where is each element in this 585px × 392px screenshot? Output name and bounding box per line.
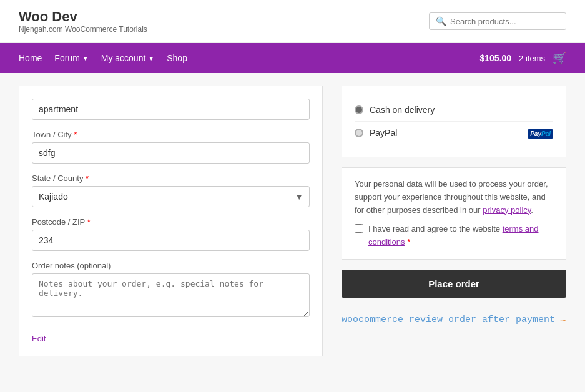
town-input[interactable] [32, 142, 310, 164]
terms-checkbox[interactable] [355, 224, 363, 233]
state-select-wrap: Kajiado Nairobi Mombasa ▼ [32, 186, 310, 207]
chevron-down-icon: ▼ [148, 55, 154, 62]
radio-button[interactable] [355, 129, 363, 137]
required-star: * [407, 237, 410, 247]
notes-group: Order notes (optional) [32, 261, 310, 319]
radio-button[interactable] [355, 105, 363, 114]
apartment-input[interactable] [32, 99, 310, 120]
arrow-icon [560, 311, 566, 329]
search-icon: 🔍 [436, 16, 446, 26]
paypal-label: PayPal [370, 128, 397, 138]
terms-row: I have read and agree to the website ter… [355, 223, 553, 249]
payment-option-paypal: PayPal PayPal [355, 122, 553, 144]
privacy-policy-link[interactable]: privacy policy [483, 205, 531, 215]
privacy-box: Your personal data will be used to proce… [342, 167, 566, 260]
cod-label: Cash on delivery [370, 105, 435, 115]
nav-item-myaccount[interactable]: My account ▼ [101, 44, 155, 72]
site-branding: Woo Dev Njengah.com WooCommerce Tutorial… [19, 9, 147, 34]
nav-item-forum[interactable]: Forum ▼ [54, 44, 88, 72]
cart-amount: $105.00 [479, 53, 511, 63]
postcode-label: Postcode / ZIP * [32, 217, 310, 227]
edit-link[interactable]: Edit [32, 334, 46, 343]
cart-icon[interactable]: 🛒 [553, 51, 566, 65]
payment-option-cod: Cash on delivery [355, 99, 553, 122]
chevron-down-icon: ▼ [82, 55, 89, 62]
cart-summary: $105.00 2 items 🛒 [479, 51, 566, 65]
nav-item-home[interactable]: Home [19, 44, 42, 72]
hook-text: woocommerce_review_order_after_payment [342, 315, 555, 325]
main-nav: Home Forum ▼ My account ▼ Shop $105.00 2… [0, 43, 585, 73]
site-title: Woo Dev [19, 9, 147, 25]
postcode-input[interactable] [32, 230, 310, 251]
place-order-button[interactable]: Place order [342, 270, 566, 298]
order-review: Cash on delivery PayPal PayPal Your pers… [342, 86, 566, 356]
payment-options-box: Cash on delivery PayPal PayPal [342, 86, 566, 157]
notes-textarea[interactable] [32, 273, 310, 317]
terms-text: I have read and agree to the website ter… [368, 223, 553, 249]
cart-count: 2 items [519, 54, 545, 63]
postcode-group: Postcode / ZIP * [32, 217, 310, 251]
search-input[interactable] [450, 17, 559, 26]
required-star: * [74, 130, 77, 139]
billing-form: Town / City * State / County * Kajiado N… [19, 86, 323, 356]
apartment-group [32, 99, 310, 120]
privacy-text: Your personal data will be used to proce… [355, 178, 553, 217]
site-header: Woo Dev Njengah.com WooCommerce Tutorial… [0, 0, 585, 43]
main-content: Town / City * State / County * Kajiado N… [0, 73, 585, 369]
nav-links: Home Forum ▼ My account ▼ Shop [19, 44, 187, 72]
required-star: * [86, 174, 89, 183]
hook-annotation: woocommerce_review_order_after_payment [342, 311, 566, 329]
nav-item-shop[interactable]: Shop [167, 44, 187, 72]
notes-label: Order notes (optional) [32, 261, 310, 270]
search-bar[interactable]: 🔍 [429, 12, 566, 30]
required-star: * [87, 217, 91, 227]
state-select[interactable]: Kajiado Nairobi Mombasa [32, 186, 310, 207]
town-label: Town / City * [32, 130, 310, 139]
site-subtitle: Njengah.com WooCommerce Tutorials [19, 25, 147, 34]
state-group: State / County * Kajiado Nairobi Mombasa… [32, 174, 310, 207]
town-group: Town / City * [32, 130, 310, 164]
state-label: State / County * [32, 174, 310, 183]
paypal-logo: PayPal [528, 128, 553, 138]
